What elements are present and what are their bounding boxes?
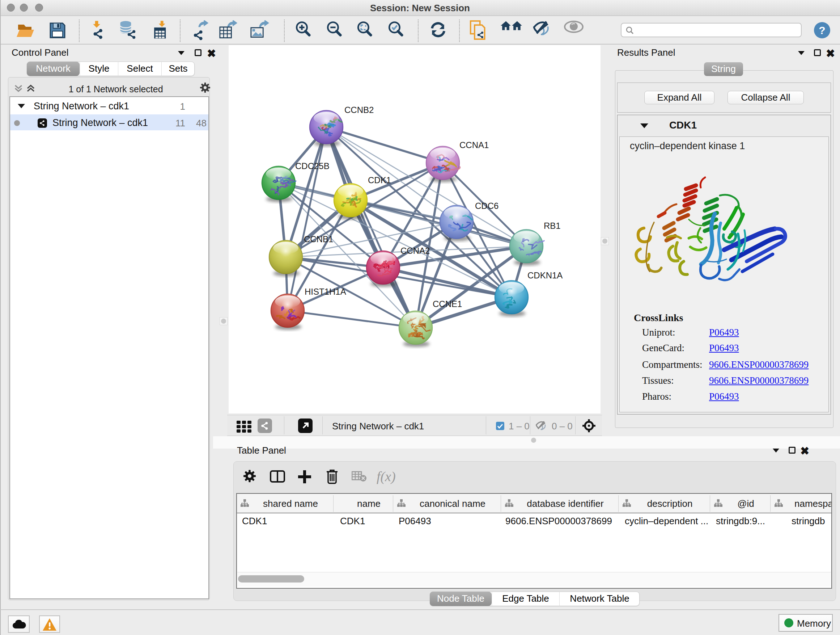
svg-text:RB1: RB1 xyxy=(544,221,561,231)
svg-text:CCNE1: CCNE1 xyxy=(433,299,462,309)
svg-text:CCNB1: CCNB1 xyxy=(304,234,333,244)
svg-text:CCNB2: CCNB2 xyxy=(344,105,374,115)
svg-text:HIST1H1A: HIST1H1A xyxy=(305,287,346,296)
svg-text:CDKN1A: CDKN1A xyxy=(527,271,562,280)
svg-text:CDK1: CDK1 xyxy=(368,175,391,185)
svg-text:CDC6: CDC6 xyxy=(475,201,499,211)
svg-text:CDC25B: CDC25B xyxy=(295,161,330,171)
svg-text:CCNA2: CCNA2 xyxy=(401,246,430,256)
svg-text:CCNA1: CCNA1 xyxy=(459,140,489,150)
